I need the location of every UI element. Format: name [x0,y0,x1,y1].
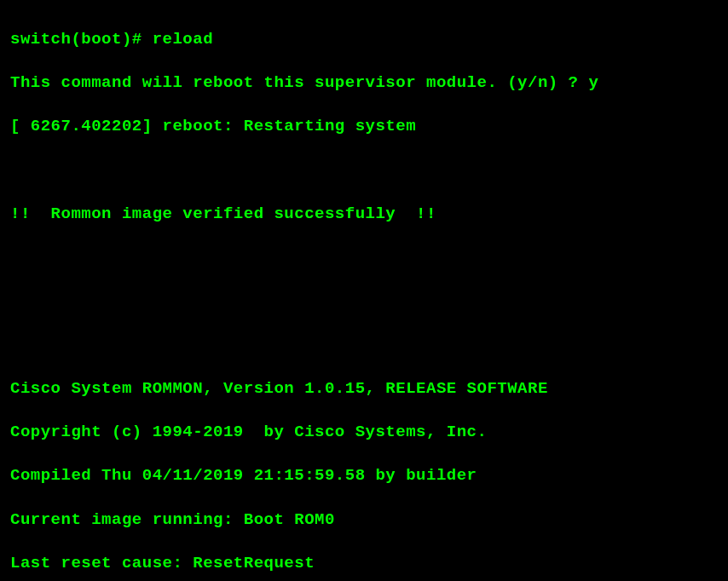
output-line: [ 6267.402202] reboot: Restarting system [10,116,718,138]
output-line: This command will reboot this supervisor… [10,72,718,95]
command-reload: reload [153,30,213,49]
output-line: Last reset cause: ResetRequest [10,553,718,575]
output-line [10,247,718,269]
terminal-output[interactable]: switch(boot)# reload This command will r… [10,7,718,581]
output-line: Compiled Thu 04/11/2019 21:15:59.58 by b… [10,465,718,487]
output-line [10,159,718,181]
output-line [10,335,718,357]
output-line: !! Rommon image verified successfully !! [10,204,718,226]
output-line: Copyright (c) 1994-2019 by Cisco Systems… [10,422,718,444]
output-line [10,290,718,313]
output-line: Cisco System ROMMON, Version 1.0.15, REL… [10,378,718,400]
shell-prompt-1: switch(boot)# [10,30,153,49]
output-line: Current image running: Boot ROM0 [10,509,718,532]
